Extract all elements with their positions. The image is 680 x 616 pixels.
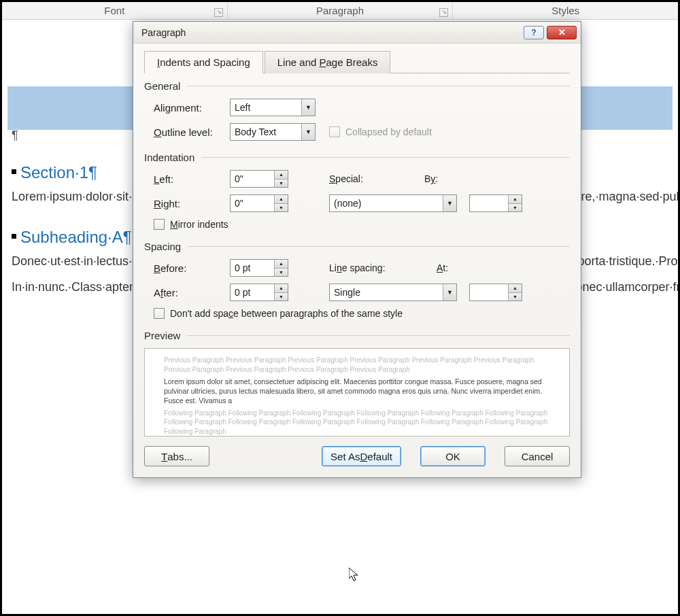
spin-value: 0 pt — [231, 262, 274, 273]
divider — [188, 246, 570, 247]
bullet-icon — [12, 234, 16, 239]
divider — [187, 335, 570, 336]
spacing-after-spin[interactable]: 0 pt ▲▼ — [230, 284, 288, 301]
heading-text: Section·1¶ — [20, 163, 97, 182]
mirror-indents-label: Mirror indents — [170, 219, 228, 230]
spin-up-icon[interactable]: ▲ — [275, 260, 288, 269]
tabs-button[interactable]: Tabs... — [144, 446, 209, 466]
preview-box: Previous Paragraph Previous Paragraph Pr… — [144, 348, 570, 437]
titlebar[interactable]: Paragraph ? ✕ — [133, 22, 581, 44]
chevron-down-icon: ▼ — [443, 195, 456, 211]
spin-down-icon[interactable]: ▼ — [275, 204, 288, 212]
spin-up-icon[interactable]: ▲ — [509, 284, 522, 293]
ribbon-group-paragraph: Paragraph ↘ — [228, 2, 454, 19]
section-indentation: Indentation Left: 0" ▲▼ Special: By: Rig… — [144, 152, 570, 230]
special-combo[interactable]: (none) ▼ — [329, 194, 457, 212]
section-title: Indentation — [144, 152, 194, 163]
spin-up-icon[interactable]: ▲ — [275, 195, 288, 204]
spin-down-icon[interactable]: ▼ — [275, 179, 288, 188]
svg-marker-0 — [349, 568, 358, 581]
mirror-indents-checkbox[interactable] — [154, 219, 165, 230]
spin-value: 0" — [231, 198, 274, 209]
section-spacing: Spacing Before: 0 pt ▲▼ Line spacing: At… — [144, 241, 570, 319]
tab-indents-spacing[interactable]: Indents and Spacing — [144, 51, 263, 73]
spin-value: 0 pt — [231, 287, 274, 298]
tab-line-page-breaks[interactable]: Line and Page Breaks — [265, 51, 391, 73]
heading-text: Subheading·A¶ — [20, 228, 132, 246]
chevron-down-icon: ▼ — [301, 99, 315, 116]
spin-value: 0" — [231, 173, 274, 184]
line-spacing-combo[interactable]: Single ▼ — [329, 284, 457, 301]
combo-value: Single — [330, 287, 443, 298]
dialog-launcher-icon[interactable]: ↘ — [439, 8, 448, 17]
spacing-before-label: Before: — [154, 262, 230, 274]
help-button[interactable]: ? — [524, 26, 544, 39]
no-space-same-style-checkbox[interactable] — [154, 308, 165, 319]
preview-following: Following Paragraph Following Paragraph … — [164, 409, 550, 437]
by-spin[interactable]: ▲▼ — [469, 194, 522, 212]
collapsed-checkbox — [329, 126, 340, 137]
divider — [187, 86, 570, 86]
spin-up-icon[interactable]: ▲ — [275, 171, 288, 179]
ribbon-group-styles: Styles — [453, 2, 678, 19]
chevron-down-icon: ▼ — [301, 124, 315, 140]
section-preview: Preview Previous Paragraph Previous Para… — [144, 330, 570, 437]
dialog-title: Paragraph — [141, 27, 521, 38]
alignment-label: Alignment: — [154, 102, 230, 114]
section-general: General Alignment: Left ▼ Outline level:… — [144, 80, 570, 141]
spin-up-icon[interactable]: ▲ — [509, 195, 522, 204]
spacing-before-spin[interactable]: 0 pt ▲▼ — [230, 259, 288, 277]
section-title: General — [144, 80, 180, 92]
indent-right-label: Right: — [154, 198, 230, 209]
ok-button[interactable]: OK — [420, 446, 486, 466]
collapsed-label: Collapsed by default — [345, 126, 432, 137]
at-label: At: — [437, 262, 448, 273]
dialog-launcher-icon[interactable]: ↘ — [214, 8, 223, 17]
indent-left-spin[interactable]: 0" ▲▼ — [230, 170, 288, 188]
spin-down-icon[interactable]: ▼ — [509, 204, 522, 212]
spin-down-icon[interactable]: ▼ — [275, 293, 288, 301]
section-title: Preview — [144, 330, 180, 341]
by-label: By: — [424, 173, 472, 184]
ribbon: Font ↘ Paragraph ↘ Styles — [2, 2, 678, 20]
spin-down-icon[interactable]: ▼ — [509, 293, 522, 301]
chevron-down-icon: ▼ — [443, 284, 456, 301]
spin-down-icon[interactable]: ▼ — [275, 269, 288, 277]
close-button[interactable]: ✕ — [547, 26, 577, 39]
alignment-combo[interactable]: Left ▼ — [230, 99, 316, 116]
ribbon-group-font: Font ↘ — [2, 2, 228, 19]
spin-up-icon[interactable]: ▲ — [275, 284, 288, 293]
preview-sample: Lorem ipsum dolor sit amet, consectetuer… — [164, 377, 550, 406]
indent-left-label: Left: — [154, 173, 230, 185]
line-spacing-label: Line spacing: — [329, 262, 437, 273]
no-space-same-style-label: Don't add space between paragraphs of th… — [170, 308, 403, 319]
outline-level-label: Outline level: — [154, 126, 230, 138]
combo-value: Body Text — [231, 126, 301, 137]
set-as-default-button[interactable]: Set As Default — [322, 446, 401, 466]
dialog-body: Indents and Spacing Line and Page Breaks… — [133, 44, 581, 477]
ribbon-label: Styles — [551, 5, 579, 16]
at-spin[interactable]: ▲▼ — [469, 284, 522, 301]
ribbon-label: Paragraph — [316, 5, 364, 16]
special-label: Special: — [329, 173, 424, 184]
section-title: Spacing — [144, 241, 181, 252]
bullet-icon — [12, 169, 16, 174]
combo-value: (none) — [330, 198, 443, 209]
dialog-tabs: Indents and Spacing Line and Page Breaks — [144, 50, 570, 73]
divider — [201, 157, 570, 158]
spacing-after-label: After: — [154, 287, 230, 298]
combo-value: Left — [231, 102, 301, 113]
ribbon-label: Font — [104, 5, 124, 16]
dialog-buttons: Tabs... Set As Default OK Cancel — [144, 446, 570, 466]
indent-right-spin[interactable]: 0" ▲▼ — [230, 194, 288, 212]
preview-previous: Previous Paragraph Previous Paragraph Pr… — [164, 356, 550, 374]
paragraph-dialog: Paragraph ? ✕ Indents and Spacing Line a… — [133, 21, 581, 478]
cancel-button[interactable]: Cancel — [505, 446, 570, 466]
outline-level-combo[interactable]: Body Text ▼ — [230, 123, 316, 141]
